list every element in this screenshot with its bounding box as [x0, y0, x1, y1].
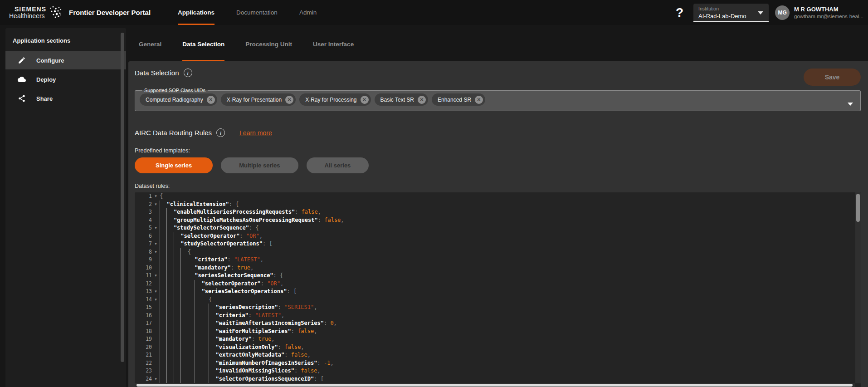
institution-label: Institution — [698, 6, 757, 11]
code-text: "extractOnlyMetadata": false, — [160, 351, 861, 359]
code-text: "mandatory": true, — [160, 335, 861, 343]
learn-more-link[interactable]: Learn more — [239, 129, 272, 137]
code-editor[interactable]: 1▾{2▾"clinicalExtension": {3"enableMulti… — [135, 192, 861, 387]
remove-chip-button[interactable]: ✕ — [418, 96, 426, 104]
nav-item-admin[interactable]: Admin — [299, 0, 317, 25]
indent-guide — [160, 375, 166, 383]
indent-guide — [209, 367, 215, 375]
indent-guide — [180, 264, 187, 272]
close-icon: ✕ — [477, 97, 481, 102]
code-line: 6"selectorOperator": "OR", — [135, 232, 861, 240]
indent-guide — [180, 375, 187, 383]
institution-select[interactable]: Institution AI-Rad-Lab-Demo — [693, 4, 769, 22]
sop-class-uids-field[interactable]: Supported SOP Class UIDs Computed Radiog… — [135, 88, 861, 111]
code-text: "selectorOperator": "OR", — [160, 280, 861, 288]
indent-guide — [166, 256, 173, 264]
remove-chip-button[interactable]: ✕ — [207, 96, 215, 104]
line-number: 13 — [135, 288, 152, 296]
save-button[interactable]: Save — [804, 69, 861, 86]
code-line: 21"extractOnlyMetadata": false, — [135, 351, 861, 359]
nav-item-applications[interactable]: Applications — [178, 0, 215, 25]
indent-guide — [166, 280, 173, 288]
indent-guide — [174, 272, 180, 280]
top-navigation: ApplicationsDocumentationAdmin — [178, 0, 317, 25]
nav-item-documentation[interactable]: Documentation — [236, 0, 278, 25]
editor-vertical-scrollbar[interactable] — [855, 192, 861, 383]
indent-guide — [209, 312, 215, 320]
line-number: 3 — [135, 208, 152, 216]
line-number: 5 — [135, 224, 152, 232]
user-email: gowtham.mr@siemens-heal... — [794, 14, 863, 19]
sidebar-item-share[interactable]: Share — [5, 89, 126, 108]
code-line: 15"seriesDescription": "SERIES1", — [135, 304, 861, 312]
fold-spacer — [152, 264, 160, 272]
remove-chip-button[interactable]: ✕ — [475, 96, 483, 104]
template-button-multiple-series[interactable]: Multiple series — [221, 157, 298, 173]
fold-spacer — [152, 216, 160, 225]
indent-guide — [166, 304, 173, 312]
fold-arrow-icon[interactable]: ▾ — [152, 296, 160, 304]
code-text: "waitTimeAfterLastIncomingSeries": 0, — [160, 319, 861, 328]
code-text: "mandatory": true, — [160, 264, 861, 272]
line-number: 8 — [135, 248, 152, 256]
fold-arrow-icon[interactable]: ▾ — [152, 272, 160, 280]
fold-spacer — [152, 335, 160, 343]
indent-guide — [209, 304, 215, 312]
indent-guide — [160, 296, 166, 304]
indent-guide — [180, 312, 187, 320]
remove-chip-button[interactable]: ✕ — [361, 96, 369, 104]
sidebar-item-deploy[interactable]: Deploy — [5, 70, 126, 88]
line-number: 4 — [135, 216, 152, 225]
fold-arrow-icon[interactable]: ▾ — [152, 375, 160, 383]
code-line: 22"minimumNumberOfImagesInSeries": -1, — [135, 359, 861, 367]
indent-guide — [209, 343, 215, 352]
user-info: M R GOWTHAM gowtham.mr@siemens-heal... — [794, 6, 863, 19]
sop-chip-label: Computed Radiography — [146, 97, 203, 103]
editor-horizontal-scrollbar[interactable] — [135, 383, 855, 387]
sidebar-scrollbar[interactable] — [121, 33, 124, 362]
fold-arrow-icon[interactable]: ▾ — [152, 240, 160, 248]
remove-chip-button[interactable]: ✕ — [285, 96, 293, 104]
indent-guide — [188, 367, 195, 375]
indent-guide — [174, 319, 180, 328]
tab-user-interface[interactable]: User Interface — [313, 28, 354, 61]
fold-arrow-icon[interactable]: ▾ — [152, 248, 160, 256]
tab-data-selection[interactable]: Data Selection — [182, 28, 224, 61]
line-number: 14 — [135, 296, 152, 304]
code-line: 7▾"studySelectorOperations": [ — [135, 240, 861, 248]
fold-arrow-icon[interactable]: ▾ — [152, 192, 160, 201]
tab-processing-unit[interactable]: Processing Unit — [245, 28, 292, 61]
indent-guide — [166, 367, 173, 375]
code-line: 23"invalidOnMissingSlices": false, — [135, 367, 861, 375]
fold-arrow-icon[interactable]: ▾ — [152, 288, 160, 296]
info-icon[interactable]: i — [216, 128, 225, 137]
indent-guide — [166, 240, 173, 248]
indent-guide — [166, 335, 173, 343]
line-number: 16 — [135, 312, 152, 320]
sop-chip-label: X-Ray for Processing — [305, 97, 356, 103]
template-button-single-series[interactable]: Single series — [135, 157, 213, 173]
fold-arrow-icon[interactable]: ▾ — [152, 224, 160, 232]
code-line: 3"enableMultiseriesProcessingRequests": … — [135, 208, 861, 216]
avatar[interactable]: MG — [775, 5, 790, 20]
indent-guide — [166, 328, 173, 336]
code-text: "clinicalExtension": { — [160, 201, 861, 209]
tab-general[interactable]: General — [139, 28, 161, 61]
sidebar-item-configure[interactable]: Configure — [5, 51, 126, 69]
indent-guide — [174, 248, 180, 256]
template-button-all-series[interactable]: All series — [307, 157, 369, 173]
indent-guide — [188, 304, 195, 312]
fold-arrow-icon[interactable]: ▾ — [152, 201, 160, 209]
indent-guide — [202, 328, 209, 336]
chevron-down-icon[interactable] — [848, 103, 853, 106]
code-line: 13▾"seriesSelectorOperations": [ — [135, 288, 861, 296]
indent-guide — [209, 351, 215, 359]
sop-chip-label: Basic Text SR — [380, 97, 414, 103]
info-icon[interactable]: i — [184, 69, 192, 77]
line-number: 9 — [135, 256, 152, 264]
indent-guide — [188, 296, 195, 304]
fold-spacer — [152, 208, 160, 216]
indent-guide — [209, 335, 215, 343]
help-icon[interactable]: ? — [676, 5, 683, 20]
indent-guide — [188, 312, 195, 320]
